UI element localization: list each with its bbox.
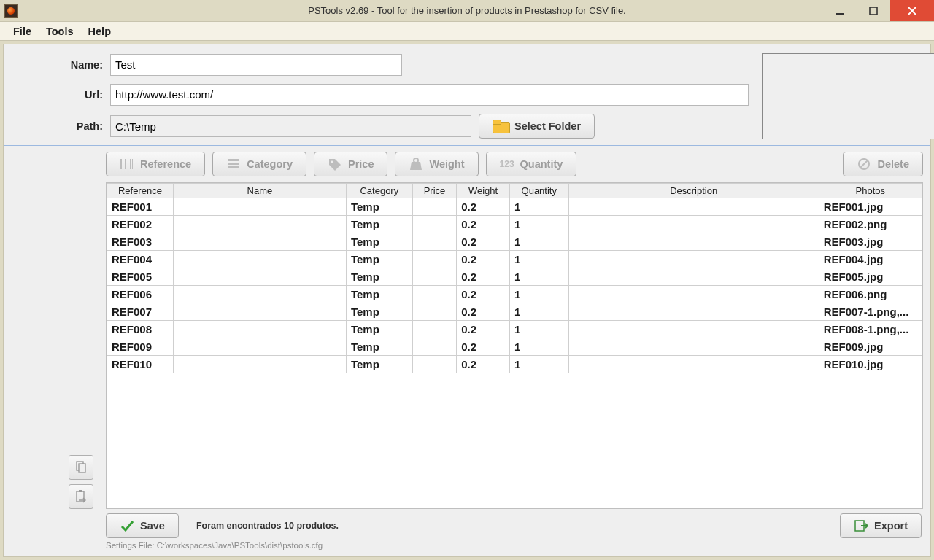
price-button[interactable]: Price bbox=[314, 152, 387, 176]
cell-reference[interactable]: REF008 bbox=[107, 321, 174, 338]
cell-photos[interactable]: REF010.jpg bbox=[819, 356, 922, 373]
cell-weight[interactable]: 0.2 bbox=[457, 268, 510, 286]
cell-reference[interactable]: REF010 bbox=[107, 356, 174, 373]
cell-quantity[interactable]: 1 bbox=[509, 268, 568, 286]
table-row[interactable]: REF002Temp0.21REF002.png bbox=[107, 216, 922, 233]
col-price[interactable]: Price bbox=[412, 184, 457, 198]
cell-name[interactable] bbox=[173, 321, 346, 338]
cell-quantity[interactable]: 1 bbox=[509, 321, 568, 338]
cell-category[interactable]: Temp bbox=[346, 251, 412, 268]
delete-button[interactable]: Delete bbox=[843, 152, 923, 176]
table-row[interactable]: REF008Temp0.21REF008-1.png,... bbox=[107, 321, 922, 338]
cell-name[interactable] bbox=[173, 198, 346, 216]
cell-category[interactable]: Temp bbox=[346, 216, 412, 233]
select-folder-button[interactable]: Select Folder bbox=[479, 114, 595, 139]
menu-tools[interactable]: Tools bbox=[40, 23, 80, 39]
cell-category[interactable]: Temp bbox=[346, 198, 412, 216]
quantity-button[interactable]: 123 Quantity bbox=[486, 152, 577, 176]
col-name[interactable]: Name bbox=[173, 184, 346, 198]
products-table-wrap[interactable]: Reference Name Category Price Weight Qua… bbox=[106, 182, 923, 509]
menu-file[interactable]: File bbox=[7, 23, 37, 39]
cell-weight[interactable]: 0.2 bbox=[457, 198, 510, 216]
cell-weight[interactable]: 0.2 bbox=[457, 286, 510, 303]
cell-name[interactable] bbox=[173, 286, 346, 303]
table-row[interactable]: REF001Temp0.21REF001.jpg bbox=[107, 198, 922, 216]
cell-quantity[interactable]: 1 bbox=[509, 251, 568, 268]
table-row[interactable]: REF010Temp0.21REF010.jpg bbox=[107, 356, 922, 373]
cell-price[interactable] bbox=[412, 303, 457, 321]
close-button[interactable] bbox=[890, 0, 934, 21]
cell-weight[interactable]: 0.2 bbox=[457, 233, 510, 251]
cell-description[interactable] bbox=[568, 216, 819, 233]
cell-price[interactable] bbox=[412, 321, 457, 338]
col-photos[interactable]: Photos bbox=[819, 184, 922, 198]
cell-quantity[interactable]: 1 bbox=[509, 338, 568, 356]
cell-description[interactable] bbox=[568, 356, 819, 373]
table-row[interactable]: REF009Temp0.21REF009.jpg bbox=[107, 338, 922, 356]
cell-photos[interactable]: REF002.png bbox=[819, 216, 922, 233]
cell-photos[interactable]: REF006.png bbox=[819, 286, 922, 303]
cell-weight[interactable]: 0.2 bbox=[457, 251, 510, 268]
cell-weight[interactable]: 0.2 bbox=[457, 303, 510, 321]
cell-description[interactable] bbox=[568, 268, 819, 286]
cell-category[interactable]: Temp bbox=[346, 268, 412, 286]
cell-description[interactable] bbox=[568, 338, 819, 356]
cell-category[interactable]: Temp bbox=[346, 321, 412, 338]
cell-quantity[interactable]: 1 bbox=[509, 216, 568, 233]
cell-reference[interactable]: REF001 bbox=[107, 198, 174, 216]
cell-reference[interactable]: REF009 bbox=[107, 338, 174, 356]
save-button[interactable]: Save bbox=[106, 513, 179, 538]
cell-price[interactable] bbox=[412, 268, 457, 286]
cell-price[interactable] bbox=[412, 338, 457, 356]
path-input[interactable] bbox=[110, 115, 471, 137]
cell-price[interactable] bbox=[412, 251, 457, 268]
col-weight[interactable]: Weight bbox=[457, 184, 510, 198]
cell-description[interactable] bbox=[568, 303, 819, 321]
cell-price[interactable] bbox=[412, 286, 457, 303]
cell-price[interactable] bbox=[412, 216, 457, 233]
cell-quantity[interactable]: 1 bbox=[509, 198, 568, 216]
export-button[interactable]: Export bbox=[840, 513, 922, 538]
cell-name[interactable] bbox=[173, 268, 346, 286]
cell-category[interactable]: Temp bbox=[346, 286, 412, 303]
cell-price[interactable] bbox=[412, 233, 457, 251]
cell-reference[interactable]: REF006 bbox=[107, 286, 174, 303]
reference-button[interactable]: Reference bbox=[106, 152, 205, 176]
weight-button[interactable]: Weight bbox=[395, 152, 478, 176]
menu-help[interactable]: Help bbox=[82, 23, 117, 39]
table-row[interactable]: REF007Temp0.21REF007-1.png,... bbox=[107, 303, 922, 321]
cell-quantity[interactable]: 1 bbox=[509, 233, 568, 251]
cell-name[interactable] bbox=[173, 233, 346, 251]
cell-description[interactable] bbox=[568, 286, 819, 303]
cell-description[interactable] bbox=[568, 198, 819, 216]
table-row[interactable]: REF006Temp0.21REF006.png bbox=[107, 286, 922, 303]
cell-photos[interactable]: REF001.jpg bbox=[819, 198, 922, 216]
col-quantity[interactable]: Quantity bbox=[509, 184, 568, 198]
cell-description[interactable] bbox=[568, 233, 819, 251]
cell-weight[interactable]: 0.2 bbox=[457, 321, 510, 338]
cell-price[interactable] bbox=[412, 356, 457, 373]
cell-photos[interactable]: REF004.jpg bbox=[819, 251, 922, 268]
cell-weight[interactable]: 0.2 bbox=[457, 356, 510, 373]
cell-description[interactable] bbox=[568, 251, 819, 268]
category-button[interactable]: Category bbox=[212, 152, 306, 176]
cell-weight[interactable]: 0.2 bbox=[457, 338, 510, 356]
col-description[interactable]: Description bbox=[568, 184, 819, 198]
table-row[interactable]: REF005Temp0.21REF005.jpg bbox=[107, 268, 922, 286]
copy-button[interactable] bbox=[69, 455, 93, 480]
cell-name[interactable] bbox=[173, 251, 346, 268]
table-row[interactable]: REF004Temp0.21REF004.jpg bbox=[107, 251, 922, 268]
cell-category[interactable]: Temp bbox=[346, 338, 412, 356]
cell-photos[interactable]: REF008-1.png,... bbox=[819, 321, 922, 338]
cell-photos[interactable]: REF009.jpg bbox=[819, 338, 922, 356]
col-category[interactable]: Category bbox=[346, 184, 412, 198]
cell-quantity[interactable]: 1 bbox=[509, 303, 568, 321]
cell-reference[interactable]: REF004 bbox=[107, 251, 174, 268]
cell-name[interactable] bbox=[173, 216, 346, 233]
cell-photos[interactable]: REF005.jpg bbox=[819, 268, 922, 286]
col-reference[interactable]: Reference bbox=[107, 184, 174, 198]
cell-quantity[interactable]: 1 bbox=[509, 286, 568, 303]
cell-name[interactable] bbox=[173, 356, 346, 373]
paste-button[interactable] bbox=[69, 484, 93, 509]
cell-category[interactable]: Temp bbox=[346, 233, 412, 251]
